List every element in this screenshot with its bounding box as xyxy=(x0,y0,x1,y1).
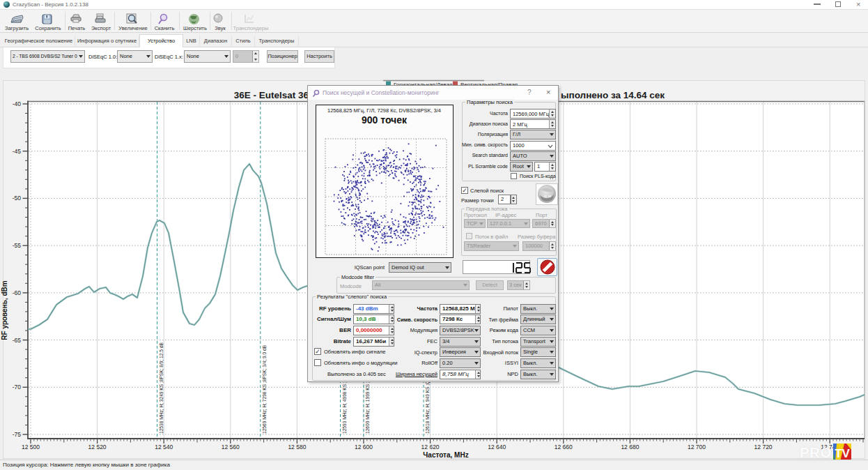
svg-text:12 660: 12 660 xyxy=(555,444,573,450)
svg-text:-40: -40 xyxy=(13,100,22,107)
svg-text:-60: -60 xyxy=(13,289,22,296)
svg-text:RF уровень, dBm: RF уровень, dBm xyxy=(1,280,8,340)
svg-text:12 700: 12 700 xyxy=(688,444,706,450)
svg-text:-70: -70 xyxy=(13,384,22,391)
svg-text:12538 MHz; H; 3249 KS ;8PSK; 8: 12538 MHz; H; 3249 KS ;8PSK; 8/9; 12.5 d… xyxy=(159,342,164,434)
svg-text:12 500: 12 500 xyxy=(22,444,40,450)
svg-text:12 560: 12 560 xyxy=(222,444,240,450)
svg-text:12 620: 12 620 xyxy=(421,444,440,450)
svg-text:ыполнено за 14.64 сек: ыполнено за 14.64 сек xyxy=(561,90,665,100)
svg-text:36E - Eutelsat 36: 36E - Eutelsat 36 xyxy=(234,90,309,100)
svg-text:Частота, MHz: Частота, MHz xyxy=(423,451,468,459)
svg-text:12 580: 12 580 xyxy=(288,444,306,450)
svg-text:12 680: 12 680 xyxy=(621,444,639,450)
svg-text:-45: -45 xyxy=(13,148,22,155)
svg-text:12 540: 12 540 xyxy=(155,444,173,450)
svg-text:12 720: 12 720 xyxy=(754,444,773,450)
svg-text:-50: -50 xyxy=(13,195,22,202)
svg-text:12569 MHz; H; 7298 KS ;8PSK; 3: 12569 MHz; H; 7298 KS ;8PSK; 3/4; 9.0 dB xyxy=(262,344,267,434)
svg-text:-75: -75 xyxy=(13,431,22,438)
svg-text:TV: TV xyxy=(835,447,850,460)
svg-text:-65: -65 xyxy=(13,337,22,344)
svg-text:-55: -55 xyxy=(13,242,22,249)
svg-text:12 640: 12 640 xyxy=(488,444,506,450)
svg-text:12 520: 12 520 xyxy=(88,444,107,450)
svg-text:12 600: 12 600 xyxy=(355,444,373,450)
